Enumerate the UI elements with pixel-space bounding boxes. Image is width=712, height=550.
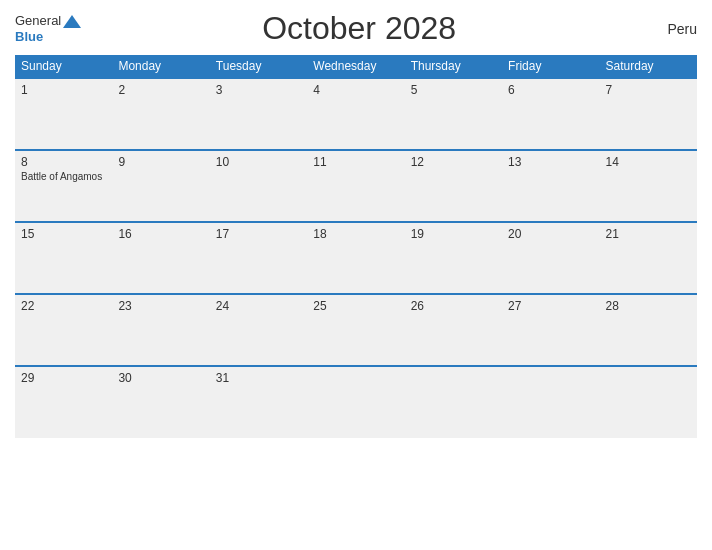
day-cell: 21 [600,222,697,294]
day-cell: 3 [210,78,307,150]
day-number: 30 [118,371,203,385]
col-sunday: Sunday [15,55,112,78]
day-number: 9 [118,155,203,169]
calendar-container: General Blue October 2028 Peru Sunday Mo… [0,0,712,550]
day-cell: 13 [502,150,599,222]
day-cell: 25 [307,294,404,366]
day-cell: 6 [502,78,599,150]
day-number: 1 [21,83,106,97]
day-cell: 7 [600,78,697,150]
week-row-4: 293031 [15,366,697,438]
event-label: Battle of Angamos [21,171,106,182]
day-number: 11 [313,155,398,169]
day-number: 13 [508,155,593,169]
logo-blue-text: Blue [15,29,43,45]
day-number: 6 [508,83,593,97]
calendar-table: Sunday Monday Tuesday Wednesday Thursday… [15,55,697,438]
day-number: 17 [216,227,301,241]
day-number: 4 [313,83,398,97]
day-number: 3 [216,83,301,97]
col-thursday: Thursday [405,55,502,78]
day-cell: 2 [112,78,209,150]
calendar-body: 12345678Battle of Angamos910111213141516… [15,78,697,438]
day-number: 10 [216,155,301,169]
day-cell [307,366,404,438]
day-cell: 16 [112,222,209,294]
col-monday: Monday [112,55,209,78]
country-label: Peru [637,21,697,37]
day-cell: 10 [210,150,307,222]
day-cell: 24 [210,294,307,366]
svg-marker-0 [63,15,81,28]
day-number: 16 [118,227,203,241]
day-number: 7 [606,83,691,97]
week-row-1: 8Battle of Angamos91011121314 [15,150,697,222]
day-number: 22 [21,299,106,313]
day-number: 31 [216,371,301,385]
col-saturday: Saturday [600,55,697,78]
day-number: 19 [411,227,496,241]
day-cell: 31 [210,366,307,438]
day-number: 14 [606,155,691,169]
calendar-header: Sunday Monday Tuesday Wednesday Thursday… [15,55,697,78]
day-number: 18 [313,227,398,241]
week-row-0: 1234567 [15,78,697,150]
logo: General Blue [15,13,81,44]
day-cell: 19 [405,222,502,294]
day-number: 20 [508,227,593,241]
day-cell: 15 [15,222,112,294]
week-row-3: 22232425262728 [15,294,697,366]
calendar-title: October 2028 [81,10,637,47]
day-number: 25 [313,299,398,313]
day-cell: 26 [405,294,502,366]
day-number: 8 [21,155,106,169]
col-friday: Friday [502,55,599,78]
day-cell: 18 [307,222,404,294]
day-cell: 22 [15,294,112,366]
day-number: 28 [606,299,691,313]
day-number: 24 [216,299,301,313]
day-cell: 28 [600,294,697,366]
day-cell [405,366,502,438]
day-cell: 23 [112,294,209,366]
week-row-2: 15161718192021 [15,222,697,294]
day-number: 12 [411,155,496,169]
day-cell: 4 [307,78,404,150]
logo-flag-icon [63,14,81,28]
day-number: 23 [118,299,203,313]
col-wednesday: Wednesday [307,55,404,78]
day-cell: 14 [600,150,697,222]
day-cell: 12 [405,150,502,222]
col-tuesday: Tuesday [210,55,307,78]
day-cell: 9 [112,150,209,222]
day-cell: 11 [307,150,404,222]
day-number: 21 [606,227,691,241]
header-row: Sunday Monday Tuesday Wednesday Thursday… [15,55,697,78]
day-cell: 27 [502,294,599,366]
day-cell: 20 [502,222,599,294]
day-number: 26 [411,299,496,313]
day-cell: 5 [405,78,502,150]
day-cell: 29 [15,366,112,438]
day-cell: 17 [210,222,307,294]
day-cell: 1 [15,78,112,150]
day-cell [600,366,697,438]
day-cell: 30 [112,366,209,438]
logo-general-text: General [15,13,61,29]
day-cell [502,366,599,438]
day-number: 15 [21,227,106,241]
day-number: 29 [21,371,106,385]
header: General Blue October 2028 Peru [15,10,697,47]
day-cell: 8Battle of Angamos [15,150,112,222]
day-number: 2 [118,83,203,97]
day-number: 27 [508,299,593,313]
day-number: 5 [411,83,496,97]
